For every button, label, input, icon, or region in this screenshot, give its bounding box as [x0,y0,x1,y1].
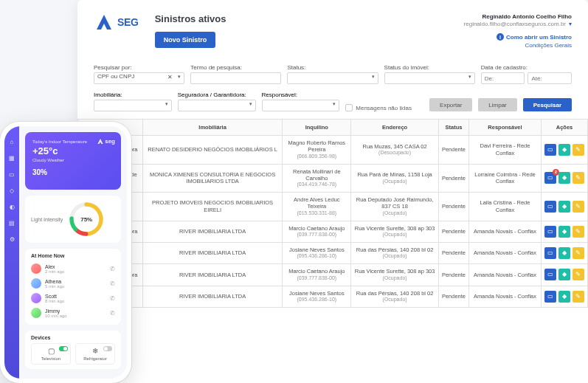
how-to-open-link[interactable]: Como abrir um Sinistro [506,34,572,41]
col-header: Imobiliária [142,120,283,136]
cell-agency: MONICA XIMENES CONSULTORIA E NEGOCIOS IM… [142,164,283,193]
chat-action-button[interactable]: ▭ [544,226,556,238]
phone-icon[interactable]: ✆ [110,295,115,302]
search-button[interactable]: Pesquisar [523,98,572,111]
cell-tenant: Josiane Neves Santos(095.436.286-10) [283,242,351,264]
view-action-button[interactable]: ◆ [558,144,570,156]
phone-sidebar: ⌂ ▦ ▭ ◇ ◐ ▤ ⚙ [4,126,19,379]
phone-icon[interactable]: ✆ [110,280,115,287]
gauge-label: Light Intensity [31,217,63,222]
cell-address: Rua Vicente Surette, 308 ap 303(Ocupado) [351,264,439,286]
cell-responsible: Laila Cristina - Rede Confiax [469,193,542,221]
chat-action-button[interactable]: ▭2 [544,172,556,184]
shield-icon[interactable]: ◇ [8,187,15,194]
col-header: Status [438,120,468,136]
new-sinistro-button[interactable]: Novo Sinistro [155,32,216,48]
view-action-button[interactable]: ◆ [558,291,570,303]
cell-agency: RIVER IMOBILIARIA LTDA [142,221,283,242]
edit-action-button[interactable]: ✎ [573,226,584,238]
status-label: Status: [287,64,378,71]
view-action-button[interactable]: ◆ [558,172,570,184]
chat-action-button[interactable]: ▭ [544,247,556,259]
cell-actions: ▭2◆✎ [541,164,587,193]
cell-tenant: Renata Mollinari de Carvalho(034.419.746… [283,164,351,193]
home-icon[interactable]: ⌂ [8,138,15,145]
avatar [31,263,41,274]
date-from-input[interactable] [481,72,525,84]
cell-status: Pendente [438,221,468,242]
edit-action-button[interactable]: ✎ [573,201,584,213]
chat-action-button[interactable]: ▭ [544,269,556,280]
cell-tenant: Magno Roberto Ramos Pereira(066.809.356-… [283,136,351,165]
settings-icon[interactable]: ⚙ [8,235,15,243]
chat-action-button[interactable]: ▭ [544,201,556,213]
gauge-value: 75% [69,201,104,237]
view-action-button[interactable]: ◆ [558,247,570,259]
conditions-link[interactable]: Condições Gerais [464,42,572,49]
term-input[interactable] [190,72,281,84]
view-action-button[interactable]: ◆ [558,269,570,280]
devices-card: Devices ▢Television❄Refrigerator [25,331,121,369]
table-row: Porto Seguro TradicionalRIVER IMOBILIARI… [78,286,588,308]
property-status-select[interactable] [384,72,475,84]
view-action-button[interactable]: ◆ [558,226,570,238]
person-name: Alex2 min ago [45,264,106,274]
cell-tenant: Marcio Caetano Araujo(039.777.838-00) [283,221,351,242]
responsible-select[interactable] [262,100,340,111]
clear-button[interactable]: Limpar [478,98,516,111]
bulb-icon[interactable]: ◐ [8,203,15,210]
edit-action-button[interactable]: ✎ [573,269,584,280]
user-menu[interactable]: Reginaldo Antonio Coelho Filho reginaldo… [464,13,572,29]
edit-action-button[interactable]: ✎ [573,172,584,184]
cell-tenant: Andre Alves Leduc Teixeira(015.530.331-8… [283,193,351,221]
insurer-select[interactable] [178,100,256,111]
grid-icon[interactable]: ▦ [8,154,15,162]
chat-action-button[interactable]: ▭ [544,144,556,156]
agency-select[interactable] [94,100,172,111]
weather-card: seg Today's Indoor Temperature +25°c Clo… [25,132,121,190]
device-tile[interactable]: ❄Refrigerator [75,343,115,365]
desktop-window: SEG Sinistros ativos Novo Sinistro Regin… [77,0,588,383]
cell-responsible: Davi Ferreira - Rede Confiax [469,136,542,165]
cell-actions: ▭◆✎ [541,193,587,221]
cell-status: Pendente [438,193,468,221]
device-toggle[interactable] [59,346,68,351]
person-row[interactable]: Athena5 min ago✆ [31,276,115,291]
device-name: Television [35,356,67,361]
chat-action-button[interactable]: ▭ [544,291,556,303]
table-row: Pottencial SeguradoraRIVER IMOBILIARIA L… [78,221,588,242]
checkbox-icon [345,104,353,111]
person-row[interactable]: Alex2 min ago✆ [31,261,115,276]
cell-actions: ▭◆✎ [541,286,587,308]
phone-icon[interactable]: ✆ [110,266,115,272]
avatar [31,308,41,318]
view-action-button[interactable]: ◆ [558,201,570,213]
cell-agency: PROJETO IMOVEIS NEGOCIOS IMOBILIARIOS EI… [142,193,283,221]
chart-icon[interactable]: ▤ [8,219,15,227]
edit-action-button[interactable]: ✎ [573,144,584,156]
person-row[interactable]: Jimmy10 min ago✆ [31,306,115,320]
clear-search-by-icon[interactable]: ✕ [167,74,173,80]
status-select[interactable] [287,72,378,84]
gauge-card: Light Intensity 75% [25,196,121,243]
avatar [31,293,41,303]
device-toggle[interactable] [103,346,112,351]
phone-icon[interactable]: ✆ [110,310,115,317]
device-tile[interactable]: ▢Television [31,343,71,365]
unread-checkbox[interactable]: Mensagens não lidas [345,104,423,111]
edit-action-button[interactable]: ✎ [573,247,584,259]
cell-agency: RIVER IMOBILIARIA LTDA [142,242,283,264]
cell-status: Pendente [438,136,468,165]
date-to-input[interactable] [528,72,572,84]
gauge-chart: 75% [69,201,104,237]
cell-actions: ▭◆✎ [541,136,587,165]
agency-label: Imobiliária: [94,92,172,98]
cell-tenant: Josiane Neves Santos(095.436.286-10) [283,286,351,308]
export-button[interactable]: Exportar [429,98,472,111]
person-name: Scott8 min ago [45,294,106,303]
person-row[interactable]: Scott8 min ago✆ [31,291,115,306]
monitor-icon[interactable]: ▭ [8,170,15,178]
cell-status: Pendente [438,286,468,308]
humidity-label: Cloudy Weather [32,158,114,162]
edit-action-button[interactable]: ✎ [573,291,584,303]
